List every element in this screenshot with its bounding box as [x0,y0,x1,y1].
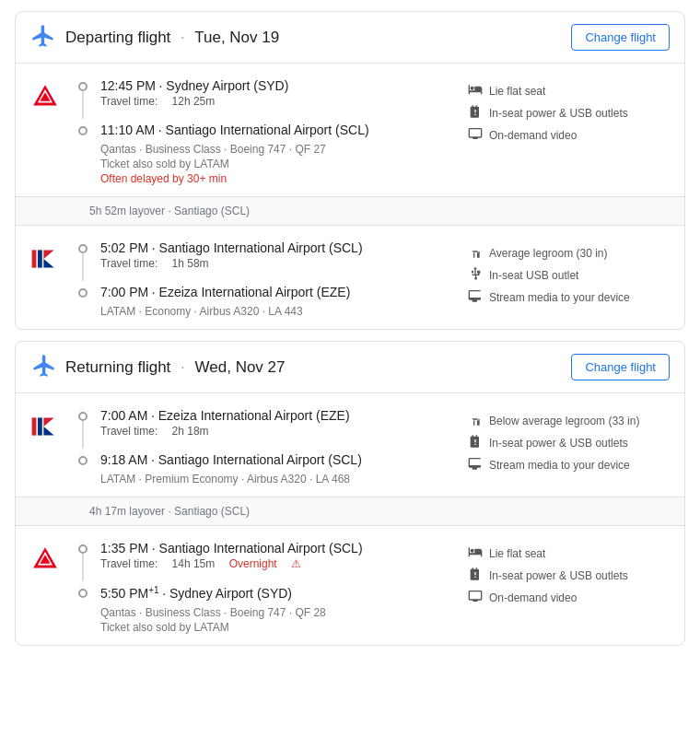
dep-seg2-leg2-airport: · Ezeiza International Airport (EZE) [152,285,351,299]
returning-change-flight-button[interactable]: Change flight [571,354,670,380]
ret-seg2-leg2-time: 5:50 PM [100,586,148,601]
ret-seg1-details: LATAM · Premium Economy · Airbus A320 · … [100,473,456,485]
stop-dot-6 [78,456,88,465]
ret-seg2-leg2: 5:50 PM+1 · Sydney Airport (SYD) [75,585,456,601]
ret-seg2-amenity-2: In-seat power & USB outlets [467,567,670,584]
returning-layover: 4h 17m layover · Santiago (SCL) [16,497,684,526]
svg-rect-4 [38,250,42,267]
lie-flat-icon-2 [467,544,484,562]
qantas-logo-2 [30,541,64,634]
returning-segment-1-info: 7:00 AM · Ezeiza International Airport (… [75,408,456,485]
dep-seg2-leg2: 7:00 PM · Ezeiza International Airport (… [75,285,456,299]
dep-seg2-amenity-2-text: In-seat USB outlet [489,269,578,282]
departing-header-left: Departing flight · Tue, Nov 19 [30,23,279,52]
stop-dot-col-7 [75,541,91,581]
dep-seg1-amenity-3-text: On-demand video [489,129,577,142]
departing-segment-2-info: 5:02 PM · Santiago International Airport… [75,240,456,318]
dep-seg2-leg1-time-airport: 5:02 PM · Santiago International Airport… [100,240,456,272]
dep-seg1-amenity-3: On-demand video [467,126,670,144]
dep-seg2-amenities: Average legroom (30 in) In-seat USB outl… [467,240,670,318]
qantas-logo-1 [30,78,64,185]
video-icon-2 [467,589,484,606]
ret-seg1-amenity-1: Below average legroom (33 in) [467,412,670,429]
ret-seg1-leg2: 9:18 AM · Santiago International Airport… [75,452,456,467]
dep-seg1-details: Qantas · Business Class · Boeing 747 · Q… [100,143,456,156]
dep-seg1-travel-time: Travel time: 12h 25m [100,95,456,108]
ret-seg1-leg1: 7:00 AM · Ezeiza International Airport (… [75,408,456,449]
svg-marker-10 [43,427,53,436]
departing-segment-1-info: 12:45 PM · Sydney Airport (SYD) Travel t… [75,78,456,185]
svg-rect-7 [32,417,37,435]
plane-icon [30,23,56,52]
dep-seg2-amenity-3-text: Stream media to your device [489,291,630,304]
dep-seg1-amenities: Lie flat seat In-seat power & USB outlet… [467,78,670,185]
returning-header: Returning flight · Wed, Nov 27 Change fl… [16,342,684,393]
ret-seg1-amenity-1-text: Below average legroom (33 in) [489,415,639,427]
ret-seg1-leg2-time: 9:18 AM [100,452,147,467]
ret-seg2-leg2-airport: · Sydney Airport (SYD) [162,586,292,601]
usb-icon-1 [467,266,484,284]
ret-seg1-amenities: Below average legroom (33 in) In-seat po… [467,408,670,485]
ret-seg2-leg1-time-airport: 1:35 PM · Santiago International Airport… [100,541,456,572]
dep-seg1-leg2-airport: · Santiago International Airport (SCL) [158,123,369,137]
stop-dot-2 [78,126,88,135]
dep-seg1-leg1-airport: · Sydney Airport (SYD) [159,78,289,93]
return-plane-icon [30,353,56,381]
stop-line-1 [82,91,84,119]
returning-flight-section: Returning flight · Wed, Nov 27 Change fl… [15,341,685,646]
dep-seg1-leg1-time: 12:45 PM [100,78,156,93]
dep-seg1-leg1-time-airport: 12:45 PM · Sydney Airport (SYD) Travel t… [100,78,456,110]
ret-seg1-leg1-airport: · Ezeiza International Airport (EZE) [151,408,350,423]
stop-dot-7 [78,544,88,554]
dep-seg1-delay: Often delayed by 30+ min [100,172,456,185]
svg-marker-5 [43,250,53,259]
ret-seg2-leg2-time-airport: 5:50 PM+1 · Sydney Airport (SYD) [100,585,456,601]
stop-dot-col-2 [75,123,91,135]
dep-seg2-amenity-1: Average legroom (30 in) [467,244,670,262]
ret-seg2-leg2-superscript: +1 [148,585,158,595]
returning-title: Returning flight · Wed, Nov 27 [65,358,286,377]
stop-dot-col-5 [75,408,91,449]
ret-seg2-amenity-3-text: On-demand video [489,591,577,604]
returning-segment-1: 7:00 AM · Ezeiza International Airport (… [16,393,684,497]
latam-logo-2 [30,408,64,485]
departing-layover: 5h 52m layover · Santiago (SCL) [16,196,684,226]
ret-seg1-amenity-3: Stream media to your device [467,456,670,474]
dep-seg2-amenity-2: In-seat USB outlet [467,266,670,284]
ret-seg1-leg1-time-airport: 7:00 AM · Ezeiza International Airport (… [100,408,456,439]
dep-seg2-leg1-time: 5:02 PM [100,240,148,255]
ret-seg2-amenity-1: Lie flat seat [467,544,670,562]
dep-seg2-travel-time: Travel time: 1h 58m [100,257,456,270]
stop-dot-5 [78,412,88,421]
dep-seg2-amenity-3: Stream media to your device [467,288,670,306]
ret-seg1-leg1-time: 7:00 AM [100,408,147,423]
dep-seg2-leg2-time: 7:00 PM [100,285,148,299]
ret-seg1-leg2-airport: · Santiago International Airport (SCL) [151,452,362,467]
dep-seg2-leg1: 5:02 PM · Santiago International Airport… [75,240,456,281]
svg-marker-9 [43,417,53,427]
stop-dot-4 [78,288,88,298]
ret-seg1-travel-time: Travel time: 2h 18m [100,425,456,438]
departing-layover-text: 5h 52m layover · Santiago (SCL) [89,205,250,217]
dep-seg1-amenity-2-text: In-seat power & USB outlets [489,107,628,120]
stop-dot-col-1 [75,78,91,119]
power-icon-1 [467,104,484,122]
ret-seg2-amenity-1-text: Lie flat seat [489,547,545,560]
lie-flat-icon [467,82,484,99]
dep-seg1-amenity-1-text: Lie flat seat [489,85,545,98]
dep-seg1-ticket-sold: Ticket also sold by LATAM [100,158,456,170]
dep-seg2-amenity-1-text: Average legroom (30 in) [489,247,608,260]
stop-dot-col-4 [75,285,91,298]
dep-seg1-leg2-time-airport: 11:10 AM · Santiago International Airpor… [100,123,456,137]
power-icon-3 [467,567,484,584]
legroom-icon-2 [467,412,484,429]
returning-header-left: Returning flight · Wed, Nov 27 [30,353,286,381]
ret-seg2-amenities: Lie flat seat In-seat power & USB outlet… [467,541,670,634]
departing-change-flight-button[interactable]: Change flight [571,24,670,51]
ret-seg2-travel-time: Travel time: 14h 15m Overnight ⚠ [100,557,456,570]
ret-seg2-amenity-2-text: In-seat power & USB outlets [489,569,628,582]
overnight-warning-icon: ⚠ [291,557,301,570]
departing-flight-section: Departing flight · Tue, Nov 19 Change fl… [15,11,685,330]
svg-rect-3 [32,250,37,267]
ret-seg2-leg1-airport: · Santiago International Airport (SCL) [152,541,363,556]
